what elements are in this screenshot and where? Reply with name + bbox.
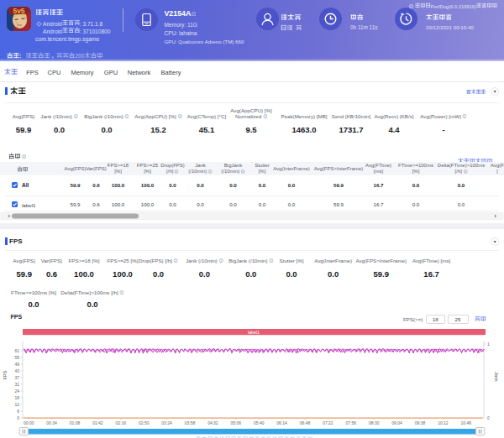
svg-text:18: 18	[14, 395, 19, 400]
svg-text:00:34: 00:34	[46, 420, 57, 425]
svg-text:06:14: 06:14	[276, 420, 287, 425]
svg-text:03:58: 03:58	[185, 420, 196, 425]
svg-text:37: 37	[14, 375, 19, 380]
svg-text:03:24: 03:24	[161, 420, 172, 425]
svg-text:01:08: 01:08	[70, 420, 81, 425]
svg-text:01:42: 01:42	[92, 420, 103, 425]
svg-text:0: 0	[17, 415, 19, 420]
svg-text:09:04: 09:04	[391, 420, 402, 425]
svg-text:09:38: 09:38	[415, 420, 426, 425]
svg-text:24: 24	[14, 388, 19, 394]
svg-text:00:00: 00:00	[24, 420, 34, 425]
svg-text:10:46: 10:46	[461, 420, 472, 425]
svg-text:61: 61	[14, 348, 19, 353]
svg-text:31: 31	[14, 382, 19, 387]
svg-text:49: 49	[14, 362, 19, 367]
svg-text:Jank: Jank	[494, 372, 499, 382]
svg-text:0: 0	[81, 53, 85, 59]
svg-text:08:30: 08:30	[369, 420, 380, 425]
svg-text:0: 0	[487, 415, 490, 420]
svg-text:FPS: FPS	[3, 370, 8, 379]
svg-text:07:56: 07:56	[346, 420, 357, 425]
svg-text:02:50: 02:50	[139, 420, 150, 425]
svg-text:5v5: 5v5	[13, 7, 24, 15]
svg-text:label1: label1	[248, 330, 260, 335]
svg-text:12: 12	[14, 402, 19, 407]
svg-text:10:12: 10:12	[438, 420, 449, 425]
svg-text:43: 43	[14, 368, 19, 373]
svg-text:07:22: 07:22	[323, 420, 333, 425]
svg-text:55: 55	[14, 355, 19, 360]
svg-text:6: 6	[17, 409, 19, 414]
svg-text:06:48: 06:48	[300, 420, 311, 425]
svg-text::: :	[19, 53, 21, 59]
svg-text:05:06: 05:06	[231, 420, 242, 425]
svg-text:04:32: 04:32	[207, 420, 218, 425]
svg-text:02:16: 02:16	[116, 420, 127, 425]
svg-text:05:40: 05:40	[254, 420, 265, 425]
svg-text:1: 1	[487, 342, 490, 347]
